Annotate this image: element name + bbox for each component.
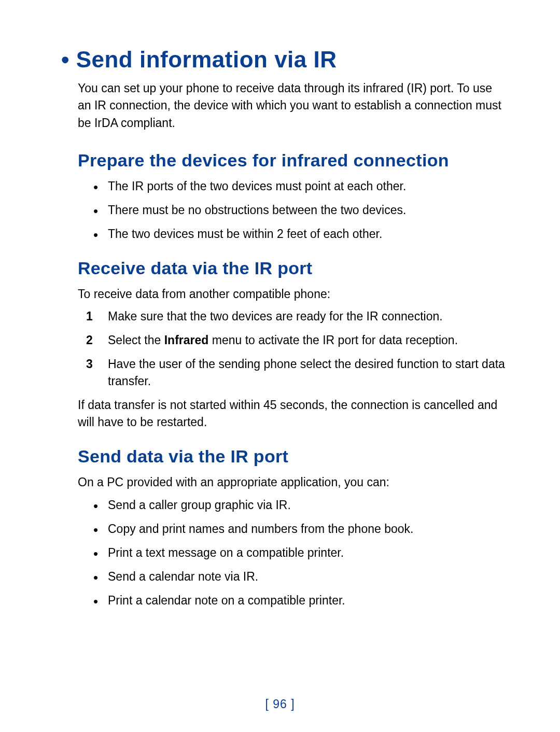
list-item: There must be no obstructions between th…: [93, 202, 508, 218]
receive-steps-list: 1 Make sure that the two devices are rea…: [78, 308, 508, 389]
step-text: Make sure that the two devices are ready…: [108, 309, 443, 323]
list-item: 3 Have the user of the sending phone sel…: [78, 356, 508, 389]
receive-note: If data transfer is not started within 4…: [78, 397, 508, 431]
page-number: [ 96 ]: [0, 697, 560, 711]
list-item: Send a caller group graphic via IR.: [93, 497, 508, 513]
list-item: Print a calendar note on a compatible pr…: [93, 592, 508, 609]
step-number: 3: [86, 356, 93, 372]
intro-paragraph: You can set up your phone to receive dat…: [78, 80, 508, 132]
section-title-receive: Receive data via the IR port: [78, 258, 508, 278]
page-title: • Send information via IR: [61, 47, 508, 73]
document-page: • Send information via IR You can set up…: [0, 0, 560, 609]
step-number: 2: [86, 332, 93, 348]
send-intro: On a PC provided with an appropriate app…: [78, 474, 508, 491]
step-number: 1: [86, 308, 93, 325]
step-text: Have the user of the sending phone selec…: [108, 357, 505, 387]
list-item: 2 Select the Infrared menu to activate t…: [78, 332, 508, 348]
list-item: The two devices must be within 2 feet of…: [93, 226, 508, 242]
step-bold: Infrared: [164, 333, 209, 347]
prepare-bullet-list: The IR ports of the two devices must poi…: [93, 178, 508, 243]
list-item: 1 Make sure that the two devices are rea…: [78, 308, 508, 325]
list-item: The IR ports of the two devices must poi…: [93, 178, 508, 194]
receive-intro: To receive data from another compatible …: [78, 286, 508, 303]
list-item: Print a text message on a compatible pri…: [93, 544, 508, 561]
step-text-after: menu to activate the IR port for data re…: [208, 333, 458, 347]
section-title-prepare: Prepare the devices for infrared connect…: [78, 150, 508, 171]
send-bullet-list: Send a caller group graphic via IR. Copy…: [93, 497, 508, 609]
section-title-send: Send data via the IR port: [78, 446, 508, 467]
list-item: Send a calendar note via IR.: [93, 568, 508, 585]
step-text-before: Select the: [108, 333, 164, 347]
list-item: Copy and print names and numbers from th…: [93, 520, 508, 537]
